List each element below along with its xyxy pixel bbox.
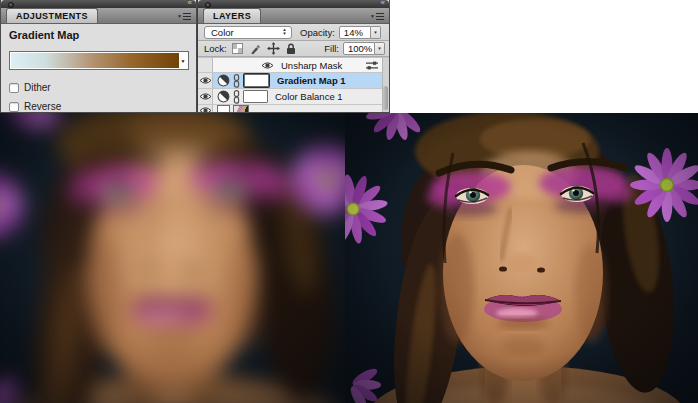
lock-fill-row: Lock: Fill:	[198, 41, 389, 57]
smart-filter-sliders-icon[interactable]	[365, 60, 379, 71]
layer-name: Color Balance 1	[275, 91, 343, 102]
eye-cell[interactable]	[198, 73, 213, 88]
opacity-dropdown-button[interactable]: ▼	[371, 26, 381, 39]
panel-title-bar[interactable]: «	[1, 0, 196, 8]
adjustment-layer-icon	[217, 74, 230, 87]
layer-row-image-partial[interactable]	[198, 105, 389, 112]
lock-label: Lock:	[204, 43, 227, 54]
menu-bars-icon	[183, 13, 191, 20]
adjustments-content: Gradient Map ▼ Dither Reverse	[1, 24, 196, 112]
reverse-label: Reverse	[24, 101, 61, 112]
visibility-eye-icon[interactable]	[261, 61, 274, 70]
layer-list-scrollbar[interactable]	[382, 58, 389, 112]
fill-label: Fill:	[324, 43, 339, 54]
scrollbar-thumb[interactable]	[383, 86, 388, 110]
reverse-option: Reverse	[9, 101, 61, 112]
photo-blurred-before	[0, 113, 345, 403]
panel-title-bar[interactable]: «	[198, 0, 389, 8]
layer-list: Unsharp Mask	[198, 57, 389, 112]
eye-cell[interactable]	[198, 89, 213, 104]
window-dot-icon[interactable]	[205, 2, 211, 8]
lock-all-padlock-icon[interactable]	[286, 43, 296, 55]
layers-tab-bar: LAYERS ▼	[198, 8, 389, 24]
adjustment-layer-icon	[217, 90, 230, 103]
lock-transparency-icon[interactable]	[232, 43, 243, 54]
stepper-icon: ▲▼	[279, 27, 290, 38]
layer-mask-thumbnail[interactable]	[244, 74, 269, 87]
eye-cell[interactable]	[198, 58, 213, 72]
collapse-panel-icon[interactable]: «	[188, 0, 192, 7]
gradient-arrow-icon: ▼	[181, 58, 186, 64]
gradient-map-editor[interactable]: ▼	[9, 51, 189, 70]
collapse-panel-icon[interactable]: «	[381, 0, 385, 7]
menu-triangle-icon: ▼	[370, 12, 375, 21]
window-dot-icon[interactable]	[8, 2, 14, 8]
eye-cell[interactable]	[198, 105, 213, 112]
adjustment-title: Gradient Map	[9, 29, 79, 41]
mask-link-chain-icon[interactable]	[233, 90, 240, 104]
panel-menu-icon[interactable]: ▼	[370, 12, 386, 21]
layers-panel: « LAYERS ▼ Color ▲▼ Opacity: 14% ▼	[197, 0, 390, 113]
fill-input[interactable]: 100%	[343, 42, 375, 55]
panel-menu-icon[interactable]: ▼	[177, 12, 193, 21]
gradient-picker-arrow[interactable]: ▼	[179, 53, 187, 68]
chevron-down-icon: ▼	[377, 46, 381, 51]
adjustments-tab-bar: ADJUSTMENTS ▼	[1, 8, 196, 24]
layer-name: Gradient Map 1	[277, 75, 346, 86]
visibility-eye-icon[interactable]	[199, 106, 212, 113]
fill-dropdown-button[interactable]: ▼	[375, 42, 385, 55]
dither-label: Dither	[24, 82, 51, 93]
blend-mode-value: Color	[205, 27, 279, 38]
gradient-preview[interactable]	[11, 53, 179, 68]
layer-row-color-balance-1[interactable]: Color Balance 1	[198, 89, 389, 105]
photoshop-workspace: « ADJUSTMENTS ▼ Gradient Map ▼ Dither	[0, 0, 698, 403]
blend-mode-select[interactable]: Color ▲▼	[204, 26, 292, 39]
opacity-label: Opacity:	[300, 27, 335, 38]
dither-option: Dither	[9, 82, 51, 93]
menu-triangle-icon: ▼	[177, 12, 182, 21]
layer-name: Unsharp Mask	[281, 60, 342, 71]
layer-mask-thumbnail[interactable]	[217, 105, 230, 113]
visibility-eye-icon[interactable]	[199, 92, 212, 101]
opacity-input[interactable]: 14%	[339, 26, 371, 39]
chevron-down-icon: ▼	[373, 30, 377, 35]
mask-link-chain-icon[interactable]	[233, 74, 240, 88]
layer-image-thumbnail[interactable]	[233, 105, 249, 113]
reverse-checkbox[interactable]	[9, 102, 19, 112]
blend-opacity-row: Color ▲▼ Opacity: 14% ▼	[198, 24, 389, 41]
photo-sharp-after	[345, 113, 698, 403]
adjustments-panel: « ADJUSTMENTS ▼ Gradient Map ▼ Dither	[0, 0, 197, 113]
layer-row-unsharp-mask[interactable]: Unsharp Mask	[198, 58, 389, 73]
dither-checkbox[interactable]	[9, 83, 19, 93]
tab-adjustments[interactable]: ADJUSTMENTS	[6, 8, 98, 23]
lock-paint-brush-icon[interactable]	[249, 43, 261, 55]
lock-icons	[232, 42, 296, 55]
lock-position-move-icon[interactable]	[267, 42, 280, 55]
menu-bars-icon	[376, 13, 384, 20]
layer-row-gradient-map-1[interactable]: Gradient Map 1	[198, 73, 389, 89]
opacity-value: 14%	[340, 27, 363, 38]
visibility-eye-icon[interactable]	[199, 76, 212, 85]
document-canvas	[0, 113, 698, 403]
tab-layers[interactable]: LAYERS	[203, 8, 261, 23]
fill-value: 100%	[344, 43, 372, 54]
layer-mask-thumbnail[interactable]	[243, 90, 268, 103]
